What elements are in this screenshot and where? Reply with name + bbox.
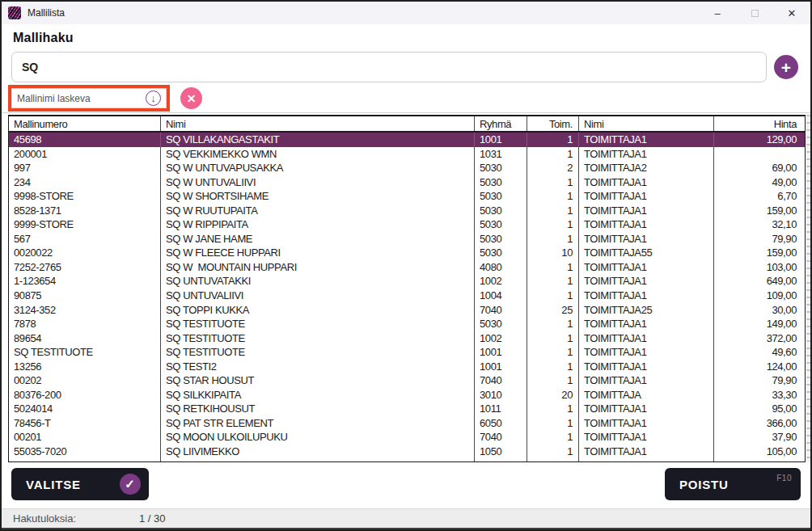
results-table: Mallinumero Nimi Ryhmä Toim. Nimi Hinta … bbox=[8, 115, 806, 462]
cell-ryhma: 5030 bbox=[475, 232, 527, 247]
exit-button-label: POISTU bbox=[679, 478, 729, 491]
column-header-hinta[interactable]: Hinta bbox=[714, 116, 805, 131]
cell-toimittaja: TOIMITTAJA1 bbox=[579, 147, 714, 162]
cell-hinta: 105,00 bbox=[714, 445, 805, 459]
cell-ryhma: 5030 bbox=[475, 175, 527, 190]
column-header-nimi[interactable]: Nimi bbox=[161, 116, 475, 131]
table-row[interactable]: 1-123654SQ UNTUVATAKKI10021TOIMITTAJA164… bbox=[9, 274, 805, 289]
column-header-toimittaja[interactable]: Nimi bbox=[579, 116, 714, 131]
cell-ryhma: 7040 bbox=[475, 430, 527, 445]
table-row[interactable]: 90875SQ UNTUVALIIVI10041TOIMITTAJA1109,0… bbox=[9, 289, 805, 303]
cell-nimi: SQ W RIPPIPAITA bbox=[161, 217, 475, 232]
table-row[interactable]: 45698SQ VILLAKANGASTAKIT10011TOIMITTAJA1… bbox=[9, 133, 805, 147]
table-row[interactable]: 0020022SQ W FLEECE HUPPARI503010TOIMITTA… bbox=[9, 246, 805, 260]
cell-toimittaja: TOIMITTAJA1 bbox=[579, 331, 714, 346]
cell-nimi: SQ W MOUNTAIN HUPPARI bbox=[161, 260, 475, 275]
cell-hinta: 79,90 bbox=[714, 232, 805, 247]
cell-toim: 1 bbox=[527, 189, 579, 204]
cell-toimittaja: TOIMITTAJA1 bbox=[579, 204, 714, 218]
cell-mallinumero: 00201 bbox=[9, 430, 161, 445]
exit-button[interactable]: POISTU F10 bbox=[665, 468, 801, 500]
cell-toimittaja: TOIMITTAJA1 bbox=[579, 232, 714, 247]
cell-toim: 1 bbox=[527, 232, 579, 247]
window-controls: – ✕ bbox=[699, 2, 810, 24]
table-row[interactable]: 13256SQ TESTI210011TOIMITTAJA1124,00 bbox=[9, 360, 805, 374]
cell-mallinumero: 7878 bbox=[9, 317, 161, 331]
cell-mallinumero: 13256 bbox=[9, 360, 161, 374]
table-body: 45698SQ VILLAKANGASTAKIT10011TOIMITTAJA1… bbox=[9, 133, 805, 461]
table-row[interactable]: 89654SQ TESTITUOTE10021TOIMITTAJA1372,00 bbox=[9, 331, 805, 346]
search-input[interactable] bbox=[11, 52, 767, 82]
cell-toim: 1 bbox=[527, 289, 579, 303]
cell-ryhma: 6050 bbox=[475, 416, 527, 431]
cell-toimittaja: TOIMITTAJA1 bbox=[579, 189, 714, 204]
cell-hinta: 149,00 bbox=[714, 317, 805, 331]
section-divider bbox=[2, 112, 810, 113]
cell-nimi: SQ W FLEECE HUPPARI bbox=[161, 246, 475, 260]
cell-ryhma: 5030 bbox=[475, 217, 527, 232]
close-button[interactable]: ✕ bbox=[773, 2, 810, 24]
cell-nimi: SQ PAT STR ELEMENT bbox=[161, 416, 475, 431]
cell-nimi: SQ VILLAKANGASTAKIT bbox=[161, 133, 475, 147]
clear-search-button[interactable]: ✕ bbox=[180, 87, 202, 109]
table-row[interactable]: 7252-2765SQ W MOUNTAIN HUPPARI40801TOIMI… bbox=[9, 260, 805, 275]
cell-toimittaja: TOIMITTAJA1 bbox=[579, 373, 714, 388]
table-row[interactable]: 997SQ W UNTUVAPUSAKKA50302TOIMITTAJA269,… bbox=[9, 161, 805, 175]
maximize-button[interactable] bbox=[736, 2, 773, 24]
minimize-button[interactable]: – bbox=[699, 2, 736, 24]
checkmark-icon: ✓ bbox=[120, 474, 141, 495]
cell-hinta: 34,90 bbox=[714, 459, 805, 461]
cell-toim: 1 bbox=[527, 402, 579, 416]
column-header-mallinumero[interactable]: Mallinumero bbox=[9, 116, 161, 131]
cell-ryhma: 1004 bbox=[475, 289, 527, 303]
page-title: Mallihaku bbox=[13, 31, 74, 45]
column-header-toim[interactable]: Toim. bbox=[527, 116, 579, 131]
cell-toimittaja: TOIMITTAJA1 bbox=[579, 459, 714, 461]
title-bar: Mallilista – ✕ bbox=[2, 2, 810, 24]
table-row[interactable]: 00201SQ MOON ULKOILUPUKU70401TOIMITTAJA1… bbox=[9, 430, 805, 445]
cell-toim: 1 bbox=[527, 217, 579, 232]
cell-hinta: 30,00 bbox=[714, 303, 805, 318]
cell-toimittaja: TOIMITTAJA1 bbox=[579, 260, 714, 275]
cell-toim: 25 bbox=[527, 303, 579, 318]
table-row[interactable]: 55035-7020SQ LIIVIMEKKO10501TOIMITTAJA11… bbox=[9, 445, 805, 459]
cell-nimi: SQ JUOKSUPAITA bbox=[161, 459, 475, 461]
cell-mallinumero: 5024014 bbox=[9, 402, 161, 416]
table-row[interactable]: 9998-STORESQ W SHORTSIHAME50301TOIMITTAJ… bbox=[9, 189, 805, 204]
cell-toim: 1 bbox=[527, 147, 579, 162]
cell-toimittaja: TOIMITTAJA1 bbox=[579, 217, 714, 232]
cell-nimi: SQ UNTUVATAKKI bbox=[161, 274, 475, 289]
cell-mallinumero: 8528-1371 bbox=[9, 204, 161, 218]
cell-ryhma: 1031 bbox=[475, 147, 527, 162]
select-button[interactable]: VALITSE ✓ bbox=[11, 468, 149, 500]
sort-dropdown[interactable]: Mallinimi laskeva ↓ bbox=[11, 88, 167, 108]
table-row[interactable]: 8528-1371SQ W RUUTUPAITA50301TOIMITTAJA1… bbox=[9, 204, 805, 218]
cell-ryhma: 7040 bbox=[475, 459, 527, 461]
table-row[interactable]: 80376-200SQ SILKKIPAITA301020TOIMITTAJA3… bbox=[9, 388, 805, 402]
table-row[interactable]: 3124-352SQ TOPPI KUKKA704025TOIMITTAJA25… bbox=[9, 303, 805, 318]
cell-toim: 1 bbox=[527, 360, 579, 374]
table-row[interactable]: 5024014SQ RETKIHOUSUT10111TOIMITTAJA195,… bbox=[9, 402, 805, 416]
window-bottom-edge bbox=[2, 528, 810, 531]
table-scrollbar[interactable] bbox=[806, 115, 811, 462]
table-row[interactable]: SQ TESTITUOTESQ TESTITUOTE10011TOIMITTAJ… bbox=[9, 345, 805, 360]
cell-toimittaja: TOIMITTAJA bbox=[579, 388, 714, 402]
table-row[interactable]: 200001SQ VEKKIMEKKO WMN10311TOIMITTAJA1 bbox=[9, 147, 805, 162]
table-row[interactable]: 567SQ W JANE HAME50301TOIMITTAJA179,90 bbox=[9, 232, 805, 247]
table-row[interactable]: 00202SQ STAR HOUSUT70401TOIMITTAJA179,90 bbox=[9, 373, 805, 388]
table-row[interactable]: 78456-TSQ PAT STR ELEMENT60501TOIMITTAJA… bbox=[9, 416, 805, 431]
table-row[interactable]: 00000SQ JUOKSUPAITA70401TOIMITTAJA134,90 bbox=[9, 459, 805, 461]
cell-ryhma: 1001 bbox=[475, 360, 527, 374]
table-row[interactable]: 7878SQ TESTITUOTE50301TOIMITTAJA1149,00 bbox=[9, 317, 805, 331]
cell-hinta: 6,70 bbox=[714, 189, 805, 204]
cell-toimittaja: TOIMITTAJA1 bbox=[579, 416, 714, 431]
cell-mallinumero: 00000 bbox=[9, 459, 161, 461]
table-row[interactable]: 9999-STORESQ W RIPPIPAITA50301TOIMITTAJA… bbox=[9, 217, 805, 232]
cell-hinta: 109,00 bbox=[714, 289, 805, 303]
table-row[interactable]: 234SQ W UNTUVALIIVI50301TOIMITTAJA149,00 bbox=[9, 175, 805, 190]
cell-mallinumero: 567 bbox=[9, 232, 161, 247]
add-button[interactable]: + bbox=[774, 55, 798, 79]
column-header-ryhma[interactable]: Ryhmä bbox=[475, 116, 527, 131]
cell-ryhma: 5030 bbox=[475, 189, 527, 204]
cell-mallinumero: 00202 bbox=[9, 373, 161, 388]
